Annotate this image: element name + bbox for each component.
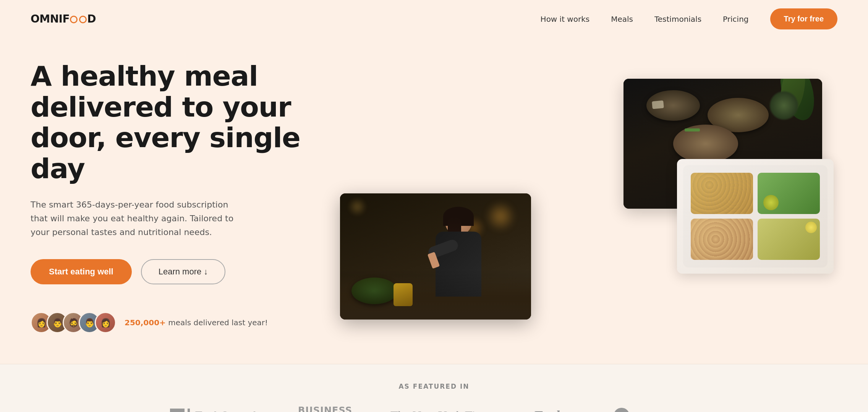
featured-logos: T TechCrunch BUSINESSINSIDER The New Yor… <box>31 406 837 412</box>
techcrunch-logo: T TechCrunch <box>170 409 260 412</box>
try-free-button[interactable]: Try for free <box>770 8 837 29</box>
main-nav: How it works Meals Testimonials Pricing … <box>541 8 837 29</box>
hero-images <box>329 83 837 312</box>
nav-pricing[interactable]: Pricing <box>723 15 748 24</box>
logo-text: OMNIF D <box>31 13 96 25</box>
usa-today-logo: USA USA TODAY <box>614 408 698 412</box>
hero-title: A healthy meal delivered to your door, e… <box>31 61 306 184</box>
hero-image-woman <box>340 193 531 320</box>
hero-section: A healthy meal delivered to your door, e… <box>0 38 868 364</box>
business-insider-logo: BUSINESSINSIDER <box>298 406 352 412</box>
social-proof: 👩 👨 🧔 👨 👩 250,000+ meals delivered last … <box>31 312 306 333</box>
nav-testimonials[interactable]: Testimonials <box>654 15 701 24</box>
avatar: 👩 <box>95 312 116 333</box>
learn-more-button[interactable]: Learn more ↓ <box>141 259 226 284</box>
nyt-logo: The New York Times <box>390 409 495 412</box>
meals-count: 250,000+ <box>125 318 166 327</box>
header: OMNIF D How it works Meals Testimonials … <box>0 0 868 38</box>
customer-avatars: 👩 👨 🧔 👨 👩 <box>31 312 116 333</box>
hero-buttons: Start eating well Learn more ↓ <box>31 259 306 284</box>
nav-how-it-works[interactable]: How it works <box>541 15 590 24</box>
hero-content: A healthy meal delivered to your door, e… <box>31 61 329 333</box>
nav-meals[interactable]: Meals <box>611 15 633 24</box>
featured-label: AS FEATURED IN <box>31 383 837 390</box>
hero-image-containers <box>677 159 834 274</box>
techcrunch-label: TechCrunch <box>195 410 260 412</box>
forbes-logo: Forbes <box>533 407 575 412</box>
social-proof-text: 250,000+ meals delivered last year! <box>125 318 268 327</box>
start-eating-button[interactable]: Start eating well <box>31 259 132 284</box>
featured-section: AS FEATURED IN T TechCrunch BUSINESSINSI… <box>0 364 868 412</box>
logo[interactable]: OMNIF D <box>31 13 96 25</box>
hero-description: The smart 365-days-per-year food subscri… <box>31 198 245 240</box>
meals-text: meals delivered last year! <box>168 318 268 327</box>
